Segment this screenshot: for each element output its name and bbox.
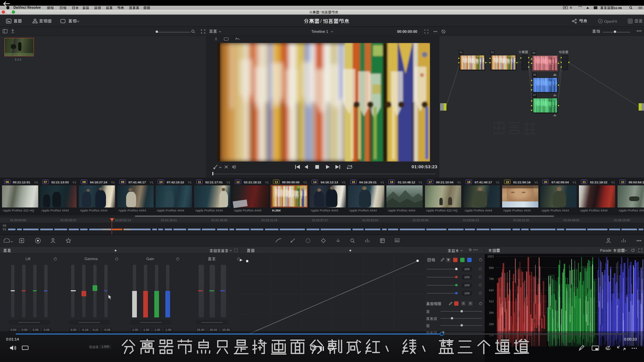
svg-text:10: 10 (310, 348, 313, 350)
svg-text:30: 30 (331, 348, 334, 350)
svg-text:360: 360 (606, 348, 609, 350)
